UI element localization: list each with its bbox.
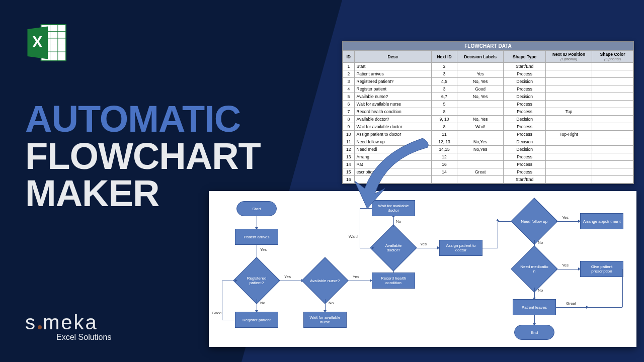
node-prescription: Give patient prescription [580,261,623,277]
node-need-followup-q: Need follow up [511,198,557,244]
title-line-2: FLOWCHART [25,138,261,175]
label-good: Good [212,311,222,315]
excel-icon: X [25,20,70,67]
label-yes-4: Yes [420,242,427,246]
label-no: No [260,301,265,305]
brand-dot-icon [38,325,42,329]
node-available-nurse-q: Available nurse? [301,257,348,304]
table-title: FLOWCHART DATA [343,42,633,50]
col-desc: Desc [354,51,431,63]
brand-logo: smeka Excel Solutions [25,311,111,342]
label-no-4: No [538,240,543,245]
label-no-3: No [396,219,401,224]
node-need-medication-q: Need medicatio n [511,245,557,292]
label-yes: Yes [260,247,267,252]
brand-tagline: Excel Solutions [56,333,111,342]
label-yes-5: Yes [562,215,569,220]
title-line-1: AUTOMATIC [25,101,261,138]
label-yes-2: Yes [284,275,291,279]
node-assign-doctor: Assign patient to doctor [439,240,482,256]
table-row: 7Record health condition8ProcessTop [343,108,633,116]
table-row: 5Available nurse?6,7No, YesDecision [343,93,633,101]
node-record-health: Record health condition [372,273,415,289]
table-row: 8Available doctor?9, 10No, YesDecision [343,116,633,123]
label-no-5: No [538,288,543,293]
node-available-doctor-q: Available doctor? [370,224,417,271]
label-no-2: No [329,301,334,305]
node-register-patient: Register patient [235,312,278,328]
table-row: 6Wait for available nurse5Process [343,101,633,108]
table-row: 4Register patient3GoodProcess [343,85,633,93]
col-id: ID [343,51,355,63]
col-shape: Shape Type [504,51,546,63]
col-decision: Decision Labels [457,51,504,63]
table-row: 2Patient arrives3YesProcess [343,70,633,78]
svg-text:X: X [32,33,43,50]
table-row: 1Start2Start/End [343,63,633,70]
node-patient-leaves: Patient leaves [513,299,556,315]
table-row: 3Registered patient?4,5No, YesDecision [343,78,633,85]
col-next: Next ID [431,51,457,63]
brand-b: meka [43,311,98,333]
brand-a: s [25,311,37,333]
label-yes-3: Yes [353,275,359,279]
node-wait-nurse: Wait for available nurse [303,312,347,328]
node-start: Start [236,201,277,216]
col-position: Next ID Position(Optional) [546,51,592,63]
label-wait: Wait! [349,234,358,239]
node-arrange-appt: Arrange appointment [580,213,623,229]
table-row: 9Wait for available doctor8Wait!Process [343,123,633,131]
node-end: End [514,325,554,340]
label-yes-6: Yes [562,263,569,267]
node-patient-arrives: Patient arrives [235,229,278,245]
curved-arrow-icon [347,133,443,216]
node-registered-q: Registered patient? [233,257,280,304]
label-great: Great [566,301,576,306]
col-color: Shape Color(Optional) [592,51,633,63]
